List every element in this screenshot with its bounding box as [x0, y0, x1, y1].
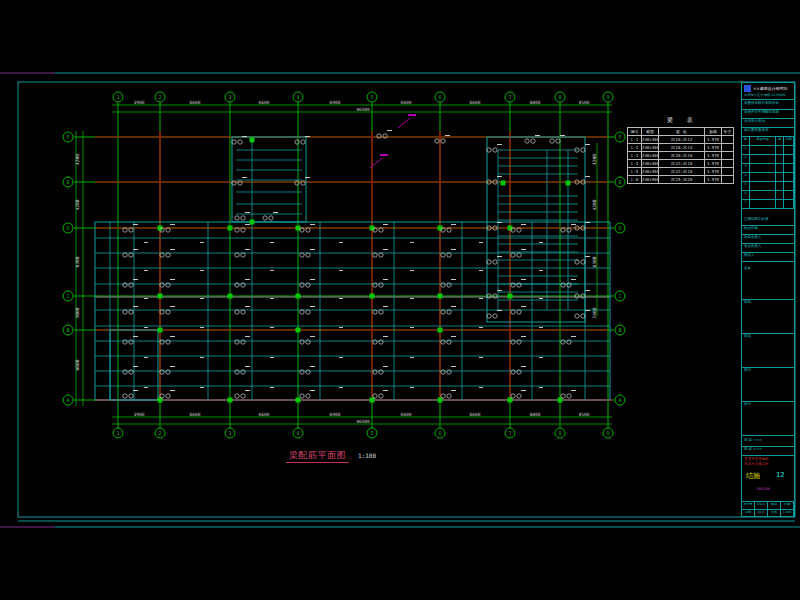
beam-table-row: L-1240×3002C16;2C123.570: [628, 136, 734, 144]
mark-label-dash: [585, 310, 590, 311]
span-tick: [339, 298, 343, 299]
beam-mark-cluster: [561, 390, 576, 398]
mark-label-dash: [451, 249, 456, 250]
magenta-leader: [398, 118, 410, 128]
dim-text-top: 6600: [401, 100, 412, 105]
note-lines: 注册结构工程师执业印章项目负责人专业负责人校核人: [742, 217, 794, 262]
axis-bubble-label: B: [66, 327, 69, 333]
span-tick: [539, 327, 543, 328]
revision-cell: [776, 173, 784, 181]
axis-bubble-label: 1: [116, 430, 119, 436]
revision-cell: [776, 164, 784, 172]
beam-table-cell: 3.570: [705, 144, 722, 152]
span-tick: [539, 270, 543, 271]
span-tick: [200, 357, 204, 358]
revision-cell: [784, 146, 794, 154]
mark-circle-icon: [517, 394, 521, 398]
mark-label-dash: [245, 336, 250, 337]
span-tick: [479, 327, 483, 328]
axis-bubble-label: 9: [606, 430, 609, 436]
mark-label-dash: [310, 336, 315, 337]
mark-label-dash: [383, 390, 388, 391]
mark-label-dash: [245, 279, 250, 280]
mark-circle-icon: [241, 370, 245, 374]
beam-mark-cluster: [300, 366, 315, 374]
revision-header-row: 版修改内容签日期: [742, 137, 794, 146]
mark-circle-icon: [447, 310, 451, 314]
mark-circle-icon: [493, 314, 497, 318]
beam-table-cell: L-5: [628, 168, 642, 176]
mark-circle-icon: [550, 139, 554, 143]
mark-label-dash: [571, 390, 576, 391]
mark-circle-icon: [517, 283, 521, 287]
revision-cell: [776, 146, 784, 154]
dim-text-left: 4200: [75, 154, 80, 165]
revision-cell: 4: [742, 173, 750, 181]
mark-circle-icon: [373, 310, 377, 314]
revision-row: 1: [742, 146, 794, 155]
bottom-cell: 1:100: [781, 510, 794, 517]
span-tick: [200, 242, 204, 243]
beam-mark-cluster: [435, 135, 450, 143]
mark-circle-icon: [575, 314, 579, 318]
mark-label-dash: [383, 366, 388, 367]
beam-mark-cluster: [160, 390, 175, 398]
mark-circle-icon: [241, 310, 245, 314]
mark-circle-icon: [373, 253, 377, 257]
beam-mark-cluster: [235, 279, 250, 287]
axis-bubble-label: 2: [158, 430, 161, 436]
beam-table-col-header: 截面: [642, 128, 659, 136]
span-tick: [270, 242, 274, 243]
beam-table-cell: [722, 144, 734, 152]
mark-circle-icon: [241, 216, 245, 220]
column-square: [508, 398, 513, 403]
beam-mark-cluster: [373, 366, 388, 374]
dim-text-bottom: 4800: [530, 412, 541, 417]
beam-table-cell: [722, 160, 734, 168]
mark-circle-icon: [123, 370, 127, 374]
mark-label-dash: [170, 336, 175, 337]
span-tick: [539, 242, 543, 243]
beam-table-cell: [722, 168, 734, 176]
info-line: 合作设计单位:: [742, 119, 794, 128]
revision-cell: 3: [742, 164, 750, 172]
dim-text-top: 6600: [470, 100, 481, 105]
cad-viewport[interactable]: 3900390066006600660066006900690066006600…: [0, 0, 800, 600]
mark-label-dash: [245, 249, 250, 250]
stamp-box: 校对: [742, 368, 794, 402]
mark-circle-icon: [235, 216, 239, 220]
revision-row: 2: [742, 155, 794, 164]
mark-circle-icon: [511, 283, 515, 287]
beam-table-cell: 3.570: [705, 176, 722, 184]
dim-text-right: 2400: [592, 307, 597, 318]
beam-table-cell: L-4: [628, 160, 642, 168]
mark-circle-icon: [441, 310, 445, 314]
beam-table-header-row: 编号截面配 筋标高备注: [628, 128, 734, 136]
column-square: [438, 328, 443, 333]
revision-cell: [750, 173, 776, 181]
beam-table-row: L-5240×4502C22;3C183.570: [628, 168, 734, 176]
beam-mark-cluster: [300, 279, 315, 287]
span-tick: [200, 270, 204, 271]
revision-cell: [784, 182, 794, 190]
dim-text-bottom: 6600: [259, 412, 270, 417]
beam-mark-cluster: [160, 336, 175, 344]
mark-label-dash: [310, 306, 315, 307]
title-block: ××建筑设计研究院 工程设计证书 甲级 A135001 本图所有权归本院所有未经…: [741, 82, 795, 517]
beam-table-grid: 编号截面配 筋标高备注 L-1240×3002C16;2C123.570L-22…: [627, 127, 734, 184]
beam-mark-cluster: [235, 336, 250, 344]
mark-label-dash: [585, 176, 590, 177]
beam-table-row: L-4240×4002C22;2C183.570: [628, 160, 734, 168]
mark-label-dash: [310, 279, 315, 280]
mark-label-dash: [387, 130, 392, 131]
beam-table-cell: 2C18;2C14: [659, 144, 705, 152]
mark-label-dash: [451, 224, 456, 225]
mark-circle-icon: [166, 310, 170, 314]
beam-table-cell: 2C22;2C18: [659, 160, 705, 168]
drawing-canvas[interactable]: 3900390066006600660066006900690066006600…: [0, 0, 800, 600]
revision-cell: 修改内容: [750, 137, 776, 145]
axis-bubble-label: C: [618, 293, 621, 299]
mark-circle-icon: [129, 283, 133, 287]
info-line: 本图所有权归本院所有: [742, 101, 794, 110]
column-square: [370, 398, 375, 403]
